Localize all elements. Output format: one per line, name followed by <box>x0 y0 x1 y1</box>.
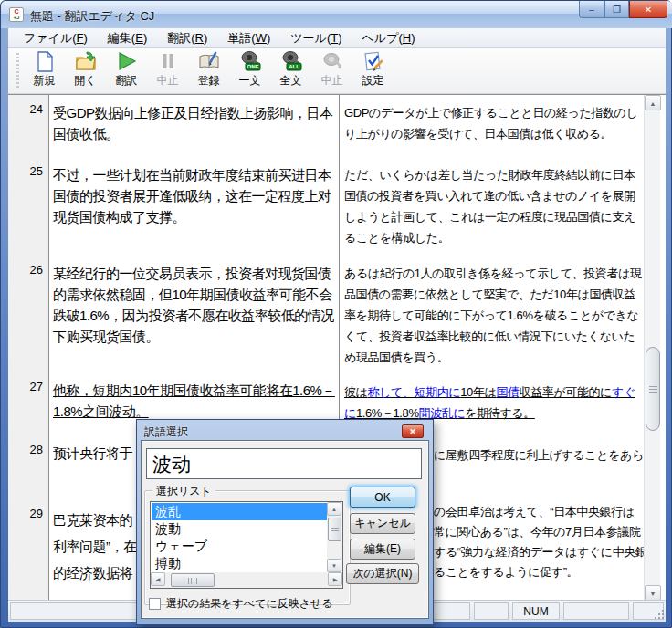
term-input[interactable]: 波动 <box>146 448 422 479</box>
toolbar-label: 登録 <box>198 74 220 87</box>
target-cell-27[interactable]: 彼は称して、短期内に10年は国債収益率が可能的にすぐに1.6%－1.8%間波乱に… <box>344 382 642 424</box>
apply-all-label: 選択の結果をすべてに反映させる <box>166 596 333 612</box>
new-button[interactable]: 新規 <box>24 50 65 92</box>
status-pane-2 <box>563 602 629 620</box>
ok-button[interactable]: OK <box>350 487 415 508</box>
row-number: 28 <box>10 443 43 456</box>
word-selection-dialog: 訳語選択 ✕ 波动 選択リスト 波乱 波動 ウェーブ 搏動 ▲ ▼ <box>136 419 434 625</box>
translate-play-icon <box>116 50 138 72</box>
apply-all-checkbox-row: 選択の結果をすべてに反映させる <box>149 596 333 612</box>
status-pane-1 <box>474 602 509 620</box>
menu-help[interactable]: ヘルプ(H) <box>352 28 425 48</box>
stop-translate-button: 中止 <box>147 50 188 92</box>
maximize-icon: ❐ <box>613 5 621 15</box>
maximize-button[interactable]: ❐ <box>604 1 629 18</box>
close-button[interactable]: ✕ <box>629 1 667 18</box>
open-button[interactable]: 開く <box>65 50 106 92</box>
window-title: 無題 - 翻訳エディタ CJ <box>30 8 154 25</box>
status-pane-num: NUM <box>512 602 560 620</box>
list-vscroll-thumb[interactable] <box>328 518 341 541</box>
target-cell-29[interactable]: の会田卓治は考えて、“日本中央銀行は 常に関心ある”は、今年の7月日本参議院 す… <box>434 502 646 582</box>
list-item[interactable]: 波動 <box>152 520 327 538</box>
toolbar-label: 開く <box>74 74 96 87</box>
menu-word[interactable]: 単語(W) <box>217 28 280 48</box>
dialog-close-button[interactable]: ✕ <box>402 424 424 438</box>
toolbar-label: 中止 <box>157 74 179 87</box>
scroll-down-icon[interactable]: ▼ <box>645 585 661 601</box>
close-icon: ✕ <box>645 5 652 15</box>
source-cell-26[interactable]: 某经纪行的一位交易员表示，投资者对现货国债的需求依然稳固，但10年期国债收益率可… <box>53 263 338 347</box>
register-book-icon <box>198 50 220 72</box>
list-vertical-scrollbar[interactable]: ▲ ▼ <box>327 502 342 572</box>
menu-file[interactable]: ファイル(F) <box>14 28 98 48</box>
toolbar-label: 全文 <box>280 74 302 87</box>
scroll-up-icon[interactable]: ▲ <box>645 95 661 110</box>
open-folder-icon <box>75 50 97 72</box>
svg-text:ONE: ONE <box>247 64 258 69</box>
row-number: 29 <box>10 507 43 520</box>
menu-translate[interactable]: 翻訳(R) <box>157 28 217 48</box>
toolbar-label: 翻訳 <box>116 74 138 87</box>
apply-all-checkbox[interactable] <box>149 598 161 610</box>
minimize-button[interactable]: – <box>579 1 604 18</box>
speak-one-button[interactable]: ONE 一文 <box>229 50 270 92</box>
translate-button[interactable]: 翻訳 <box>106 50 147 92</box>
speak-all-icon: ALL <box>280 50 302 72</box>
list-item[interactable]: 搏動 <box>152 555 327 572</box>
dialog-body: 波动 選択リスト 波乱 波動 ウェーブ 搏動 ▲ ▼ ◀ <box>141 440 429 619</box>
source-cell-27[interactable]: 他称，短期内10年期国债收益率可能将在1.6%－1.8%之间波动。 <box>53 380 338 422</box>
dialog-title-bar[interactable]: 訳語選択 ✕ <box>141 424 429 440</box>
stop-speech-button: 中止 <box>311 50 352 92</box>
scroll-up-icon[interactable]: ▲ <box>327 502 341 516</box>
title-bar[interactable]: C+J 無題 - 翻訳エディタ CJ – ❐ ✕ <box>1 1 672 28</box>
minimize-icon: – <box>589 5 594 15</box>
new-document-icon <box>34 50 56 72</box>
main-vertical-scrollbar[interactable]: ▲ ▼ <box>644 95 660 601</box>
toolbar-label: 設定 <box>362 74 384 87</box>
toolbar-label: 中止 <box>321 74 343 87</box>
toolbar-label: 新規 <box>34 74 56 87</box>
menu-tools[interactable]: ツール(T) <box>280 28 352 48</box>
list-item[interactable]: ウェーブ <box>152 538 327 555</box>
register-button[interactable]: 登録 <box>188 50 229 92</box>
next-selection-button[interactable]: 次の選択(N) <box>346 563 419 584</box>
target-cell-26[interactable]: あるは紀行の1人の取引き係を経って示して、投資者は現品国債の需要に依然として堅実… <box>344 263 642 368</box>
speak-all-button[interactable]: ALL 全文 <box>270 50 311 92</box>
source-cell-24[interactable]: 受GDP数据向上修正及日经指数上扬影响，日本国债收低。 <box>53 102 338 144</box>
application-window: C+J 無題 - 翻訳エディタ CJ – ❐ ✕ ファイル(F) 編集(E) 翻… <box>0 0 672 628</box>
speak-one-icon: ONE <box>239 50 261 72</box>
row-number: 26 <box>10 263 43 277</box>
list-hscroll-thumb[interactable] <box>171 573 215 587</box>
stop-speech-icon <box>321 50 343 72</box>
toolbar-grip[interactable] <box>16 53 20 88</box>
resize-grip[interactable] <box>654 609 665 620</box>
list-horizontal-scrollbar[interactable]: ◀ ▶ <box>151 572 342 588</box>
list-item-selected[interactable]: 波乱 <box>152 503 327 520</box>
edit-button[interactable]: 編集(E) <box>350 539 415 560</box>
source-cell-25[interactable]: 不过，一些计划在当前财政年度结束前买进日本国债的投资者展开逢低吸纳，这在一定程度… <box>53 164 338 227</box>
target-cell-28[interactable]: に屋敷四季程度に利上げすることをあら <box>434 445 646 466</box>
dialog-title: 訳語選択 <box>144 424 188 440</box>
dialog-close-icon: ✕ <box>409 427 416 436</box>
pause-icon <box>157 50 179 72</box>
svg-text:ALL: ALL <box>289 64 299 69</box>
settings-button[interactable]: 設定 <box>352 50 394 92</box>
scrollbar-thumb[interactable] <box>646 347 660 431</box>
target-cell-24[interactable]: GDPのデータが上で修正することと日の経った指数のしり上がりの影響を受けて、日本… <box>344 102 642 144</box>
candidate-listbox[interactable]: 波乱 波動 ウェーブ 搏動 ▲ ▼ ◀ ▶ <box>150 501 343 589</box>
settings-check-icon <box>362 50 384 72</box>
target-cell-25[interactable]: ただ、いくらかは差し当たった財政年度終結以前に日本国債の投資者を買い入れて逢の低… <box>344 164 642 248</box>
menu-edit[interactable]: 編集(E) <box>98 28 157 48</box>
row-number: 25 <box>10 164 43 178</box>
app-logo-icon: C+J <box>9 7 24 22</box>
cancel-button[interactable]: キャンセル <box>350 513 415 534</box>
scroll-down-icon[interactable]: ▼ <box>327 559 341 572</box>
toolbar-label: 一文 <box>239 74 261 87</box>
toolbar: 新規 開く 翻訳 中止 <box>8 48 666 94</box>
row-number-gutter: 24 25 26 27 28 29 <box>8 95 49 600</box>
menu-bar: ファイル(F) 編集(E) 翻訳(R) 単語(W) ツール(T) ヘルプ(H) <box>8 28 666 48</box>
scroll-left-icon[interactable]: ◀ <box>151 572 165 586</box>
row-number: 27 <box>10 380 43 393</box>
row-number: 24 <box>10 102 43 116</box>
scroll-right-icon[interactable]: ▶ <box>328 572 342 586</box>
